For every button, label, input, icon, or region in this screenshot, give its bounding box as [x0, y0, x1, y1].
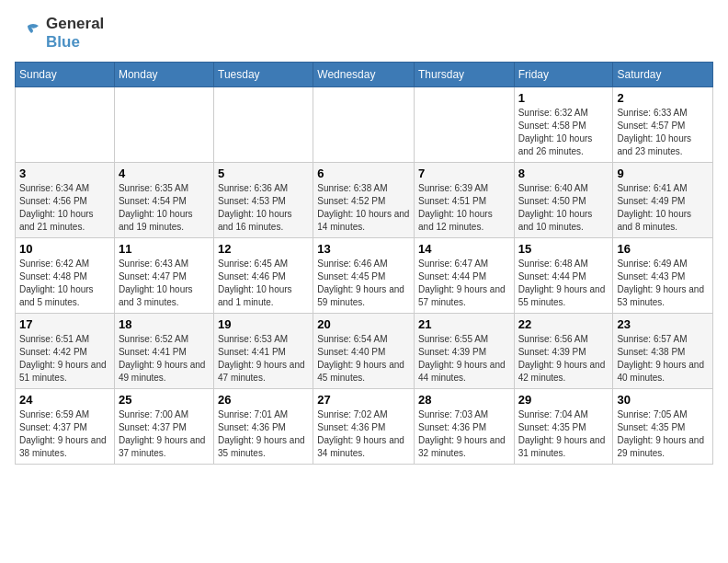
calendar-cell: 13Sunrise: 6:46 AM Sunset: 4:45 PM Dayli… [313, 238, 415, 314]
day-info: Sunrise: 6:34 AM Sunset: 4:56 PM Dayligh… [19, 182, 110, 234]
day-number: 16 [617, 242, 709, 256]
calendar-cell [313, 87, 415, 163]
weekday-header: Thursday [415, 63, 515, 87]
calendar-cell: 18Sunrise: 6:52 AM Sunset: 4:41 PM Dayli… [114, 314, 213, 389]
day-number: 29 [518, 393, 609, 407]
day-info: Sunrise: 7:04 AM Sunset: 4:35 PM Dayligh… [518, 408, 609, 460]
calendar-week-row: 1Sunrise: 6:32 AM Sunset: 4:58 PM Daylig… [16, 87, 713, 163]
day-info: Sunrise: 6:35 AM Sunset: 4:54 PM Dayligh… [119, 182, 210, 234]
day-number: 14 [418, 242, 510, 256]
calendar-cell: 19Sunrise: 6:53 AM Sunset: 4:41 PM Dayli… [214, 314, 313, 389]
day-info: Sunrise: 6:46 AM Sunset: 4:45 PM Dayligh… [317, 258, 410, 309]
day-number: 15 [518, 242, 609, 256]
calendar-week-row: 3Sunrise: 6:34 AM Sunset: 4:56 PM Daylig… [16, 163, 713, 238]
day-number: 9 [617, 167, 709, 180]
day-info: Sunrise: 7:03 AM Sunset: 4:36 PM Dayligh… [418, 408, 510, 460]
day-number: 12 [218, 242, 309, 256]
day-info: Sunrise: 6:52 AM Sunset: 4:41 PM Dayligh… [119, 333, 210, 385]
calendar-cell: 20Sunrise: 6:54 AM Sunset: 4:40 PM Dayli… [313, 314, 415, 389]
calendar-week-row: 24Sunrise: 6:59 AM Sunset: 4:37 PM Dayli… [16, 389, 713, 465]
day-number: 2 [617, 91, 709, 105]
calendar-cell: 14Sunrise: 6:47 AM Sunset: 4:44 PM Dayli… [415, 238, 515, 314]
calendar-cell: 24Sunrise: 6:59 AM Sunset: 4:37 PM Dayli… [16, 389, 115, 465]
day-number: 6 [317, 167, 410, 180]
calendar-week-row: 17Sunrise: 6:51 AM Sunset: 4:42 PM Dayli… [16, 314, 713, 389]
day-number: 17 [19, 317, 110, 331]
day-info: Sunrise: 6:42 AM Sunset: 4:48 PM Dayligh… [19, 258, 110, 309]
logo-line1: General [46, 15, 104, 33]
calendar-cell: 26Sunrise: 7:01 AM Sunset: 4:36 PM Dayli… [214, 389, 313, 465]
day-info: Sunrise: 6:45 AM Sunset: 4:46 PM Dayligh… [218, 258, 309, 309]
calendar-cell: 9Sunrise: 6:41 AM Sunset: 4:49 PM Daylig… [613, 163, 713, 238]
day-number: 26 [218, 393, 309, 407]
logo: General Blue [15, 15, 104, 51]
day-number: 5 [218, 167, 309, 180]
calendar-table: SundayMondayTuesdayWednesdayThursdayFrid… [15, 62, 713, 465]
weekday-header: Tuesday [214, 63, 313, 87]
calendar-cell: 16Sunrise: 6:49 AM Sunset: 4:43 PM Dayli… [613, 238, 713, 314]
day-number: 27 [317, 393, 410, 407]
day-info: Sunrise: 6:41 AM Sunset: 4:49 PM Dayligh… [617, 182, 709, 234]
day-number: 25 [119, 393, 210, 407]
calendar-cell [214, 87, 313, 163]
day-info: Sunrise: 6:38 AM Sunset: 4:52 PM Dayligh… [317, 182, 410, 234]
day-number: 19 [218, 317, 309, 331]
weekday-header: Wednesday [313, 63, 415, 87]
day-number: 20 [317, 317, 410, 331]
day-number: 24 [19, 393, 110, 407]
day-number: 30 [617, 393, 709, 407]
calendar-cell: 28Sunrise: 7:03 AM Sunset: 4:36 PM Dayli… [415, 389, 515, 465]
day-info: Sunrise: 6:49 AM Sunset: 4:43 PM Dayligh… [617, 258, 709, 309]
day-info: Sunrise: 6:47 AM Sunset: 4:44 PM Dayligh… [418, 258, 510, 309]
day-number: 3 [19, 167, 110, 180]
calendar-cell: 11Sunrise: 6:43 AM Sunset: 4:47 PM Dayli… [114, 238, 213, 314]
day-info: Sunrise: 6:48 AM Sunset: 4:44 PM Dayligh… [518, 258, 609, 309]
calendar-cell: 29Sunrise: 7:04 AM Sunset: 4:35 PM Dayli… [514, 389, 613, 465]
calendar-cell [415, 87, 515, 163]
calendar-cell: 1Sunrise: 6:32 AM Sunset: 4:58 PM Daylig… [514, 87, 613, 163]
day-info: Sunrise: 6:55 AM Sunset: 4:39 PM Dayligh… [418, 333, 510, 385]
calendar-cell [114, 87, 213, 163]
logo-bird-icon [15, 20, 40, 46]
day-number: 18 [119, 317, 210, 331]
calendar-cell: 5Sunrise: 6:36 AM Sunset: 4:53 PM Daylig… [214, 163, 313, 238]
day-info: Sunrise: 6:53 AM Sunset: 4:41 PM Dayligh… [218, 333, 309, 385]
weekday-header: Friday [514, 63, 613, 87]
weekday-header: Monday [114, 63, 213, 87]
day-info: Sunrise: 6:57 AM Sunset: 4:38 PM Dayligh… [617, 333, 709, 385]
calendar-cell [16, 87, 115, 163]
day-info: Sunrise: 6:40 AM Sunset: 4:50 PM Dayligh… [518, 182, 609, 234]
calendar-cell: 6Sunrise: 6:38 AM Sunset: 4:52 PM Daylig… [313, 163, 415, 238]
day-info: Sunrise: 6:54 AM Sunset: 4:40 PM Dayligh… [317, 333, 410, 385]
calendar-cell: 3Sunrise: 6:34 AM Sunset: 4:56 PM Daylig… [16, 163, 115, 238]
calendar-cell: 10Sunrise: 6:42 AM Sunset: 4:48 PM Dayli… [16, 238, 115, 314]
day-number: 13 [317, 242, 410, 256]
day-info: Sunrise: 6:39 AM Sunset: 4:51 PM Dayligh… [418, 182, 510, 234]
page-header: General Blue [15, 15, 713, 51]
weekday-header: Sunday [16, 63, 115, 87]
day-number: 11 [119, 242, 210, 256]
calendar-cell: 12Sunrise: 6:45 AM Sunset: 4:46 PM Dayli… [214, 238, 313, 314]
calendar-cell: 21Sunrise: 6:55 AM Sunset: 4:39 PM Dayli… [415, 314, 515, 389]
day-number: 8 [518, 167, 609, 180]
calendar-week-row: 10Sunrise: 6:42 AM Sunset: 4:48 PM Dayli… [16, 238, 713, 314]
day-info: Sunrise: 6:56 AM Sunset: 4:39 PM Dayligh… [518, 333, 609, 385]
calendar-cell: 2Sunrise: 6:33 AM Sunset: 4:57 PM Daylig… [613, 87, 713, 163]
day-info: Sunrise: 6:33 AM Sunset: 4:57 PM Dayligh… [617, 107, 709, 158]
calendar-cell: 25Sunrise: 7:00 AM Sunset: 4:37 PM Dayli… [114, 389, 213, 465]
calendar-cell: 17Sunrise: 6:51 AM Sunset: 4:42 PM Dayli… [16, 314, 115, 389]
day-number: 21 [418, 317, 510, 331]
calendar-cell: 22Sunrise: 6:56 AM Sunset: 4:39 PM Dayli… [514, 314, 613, 389]
day-info: Sunrise: 6:36 AM Sunset: 4:53 PM Dayligh… [218, 182, 309, 234]
logo-line2: Blue [46, 33, 104, 52]
calendar-cell: 15Sunrise: 6:48 AM Sunset: 4:44 PM Dayli… [514, 238, 613, 314]
calendar-cell: 23Sunrise: 6:57 AM Sunset: 4:38 PM Dayli… [613, 314, 713, 389]
day-info: Sunrise: 6:51 AM Sunset: 4:42 PM Dayligh… [19, 333, 110, 385]
day-info: Sunrise: 6:32 AM Sunset: 4:58 PM Dayligh… [518, 107, 609, 158]
calendar-cell: 7Sunrise: 6:39 AM Sunset: 4:51 PM Daylig… [415, 163, 515, 238]
day-number: 28 [418, 393, 510, 407]
day-info: Sunrise: 7:01 AM Sunset: 4:36 PM Dayligh… [218, 408, 309, 460]
day-number: 10 [19, 242, 110, 256]
day-info: Sunrise: 7:02 AM Sunset: 4:36 PM Dayligh… [317, 408, 410, 460]
weekday-header: Saturday [613, 63, 713, 87]
